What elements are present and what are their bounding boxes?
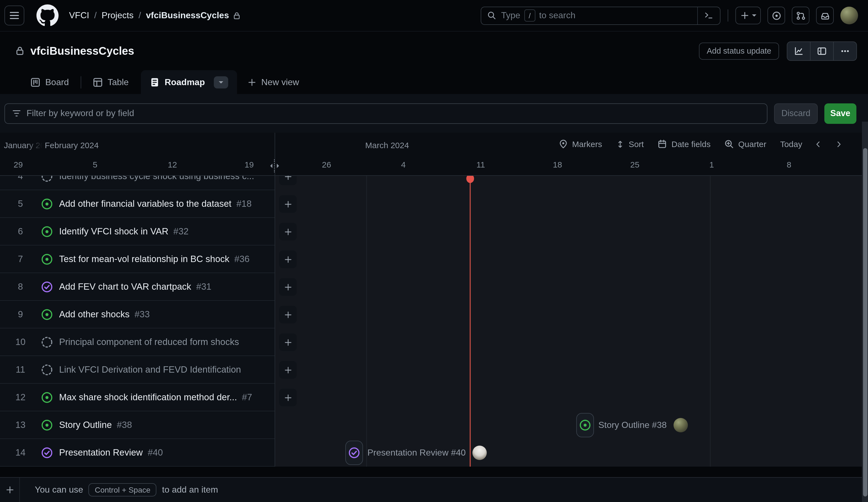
issue-number: #32 xyxy=(174,226,189,237)
github-logo[interactable] xyxy=(37,4,59,27)
item-title[interactable]: Test for mean-vol relationship in BC sho… xyxy=(59,254,229,264)
quarter-zoom-button[interactable]: Quarter xyxy=(724,139,766,149)
search-input[interactable]: Type / to search xyxy=(481,6,721,24)
save-button[interactable]: Save xyxy=(824,103,856,123)
add-date-button[interactable] xyxy=(279,333,297,351)
item-title[interactable]: Add other shocks xyxy=(59,309,130,320)
table-row: 13 Story Outline #38 xyxy=(0,411,868,439)
filter-input[interactable]: Filter by keyword or by field xyxy=(4,103,768,123)
plus-icon xyxy=(248,78,256,87)
scroll-right-button[interactable] xyxy=(835,140,843,148)
item-title[interactable]: Identify VFCI shock in VAR xyxy=(59,226,168,237)
breadcrumb-project-name[interactable]: vfciBusinessCycles xyxy=(146,10,241,20)
discard-button[interactable]: Discard xyxy=(774,103,818,123)
item-title[interactable]: Story Outline xyxy=(59,420,112,430)
item-title[interactable]: Max share shock identification method de… xyxy=(59,392,237,402)
new-view-button[interactable]: New view xyxy=(248,70,299,94)
date-fields-button[interactable]: Date fields xyxy=(658,139,711,149)
view-actions-group xyxy=(787,41,857,61)
assignee-avatar[interactable] xyxy=(673,418,688,432)
sort-button[interactable]: Sort xyxy=(616,139,644,149)
vertical-scrollbar-thumb[interactable] xyxy=(863,148,867,496)
row-cell[interactable]: 9 Add other shocks #33 xyxy=(0,301,275,328)
hamburger-icon xyxy=(9,10,19,20)
row-cell[interactable]: 5 Add other financial variables to the d… xyxy=(0,190,275,218)
add-date-button[interactable] xyxy=(279,278,297,296)
row-cell[interactable]: 11 Link VFCI Derivation and FEVD Identif… xyxy=(0,356,275,384)
issue-closed-icon xyxy=(348,447,360,459)
chevron-down-icon xyxy=(752,14,756,19)
markers-button[interactable]: Markers xyxy=(558,139,602,149)
row-number: 10 xyxy=(0,337,41,347)
command-palette-button[interactable] xyxy=(697,7,720,24)
item-title[interactable]: Add FEV chart to VAR chartpack xyxy=(59,281,191,292)
insights-chart-icon xyxy=(794,46,803,56)
breadcrumb-org[interactable]: VFCI xyxy=(69,10,89,20)
inbox-nav-button[interactable] xyxy=(816,7,834,24)
row-cell[interactable]: 12 Max share shock identification method… xyxy=(0,384,275,411)
vertical-scrollbar-track[interactable] xyxy=(862,122,868,502)
row-cell[interactable]: 14 Presentation Review #40 xyxy=(0,439,275,466)
issues-nav-button[interactable] xyxy=(767,7,785,24)
add-status-update-button[interactable]: Add status update xyxy=(699,42,779,59)
table-row: 10 Principal component of reduced form s… xyxy=(0,328,868,356)
item-title[interactable]: Identify business cycle shock using busi… xyxy=(59,176,254,181)
item-title[interactable]: Presentation Review xyxy=(59,447,143,458)
item-title[interactable]: Add other financial variables to the dat… xyxy=(59,199,231,209)
item-title[interactable]: Principal component of reduced form shoc… xyxy=(59,337,239,347)
row-cell[interactable]: 10 Principal component of reduced form s… xyxy=(0,328,275,356)
view-tabs: Board Table Roadmap New view xyxy=(0,70,868,94)
user-avatar[interactable] xyxy=(840,7,858,24)
side-panel-button[interactable] xyxy=(810,42,833,60)
add-date-button[interactable] xyxy=(279,306,297,323)
timeline-pill-presentation-review[interactable]: Presentation Review #40 xyxy=(345,441,487,465)
date-tick: 8 xyxy=(787,160,792,169)
plus-icon xyxy=(284,283,292,291)
roadmap-view-options-button[interactable] xyxy=(214,76,228,88)
add-date-button[interactable] xyxy=(279,223,297,241)
scroll-left-button[interactable] xyxy=(814,140,822,148)
row-cell[interactable]: 4 Identify business cycle shock using bu… xyxy=(0,176,275,190)
timeline-pill-story-outline[interactable]: Story Outline #38 xyxy=(576,413,688,437)
issue-open-icon xyxy=(41,198,53,210)
today-button[interactable]: Today xyxy=(780,139,802,149)
breadcrumb-projects[interactable]: Projects xyxy=(102,10,134,20)
table-row: 5 Add other financial variables to the d… xyxy=(0,190,868,218)
add-date-button[interactable] xyxy=(279,361,297,379)
pill-date-bar[interactable] xyxy=(576,413,594,437)
add-date-button[interactable] xyxy=(279,389,297,406)
row-cell[interactable]: 8 Add FEV chart to VAR chartpack #31 xyxy=(0,273,275,301)
pull-requests-nav-button[interactable] xyxy=(792,7,809,24)
search-placeholder-suffix: to search xyxy=(539,10,576,20)
tab-board[interactable]: Board xyxy=(30,70,69,94)
calendar-icon xyxy=(658,139,667,149)
date-tick: 1 xyxy=(710,160,714,169)
add-date-button[interactable] xyxy=(279,250,297,268)
tab-roadmap[interactable]: Roadmap xyxy=(141,70,237,94)
row-cell[interactable]: 13 Story Outline #38 xyxy=(0,411,275,439)
kebab-menu-icon xyxy=(840,46,850,56)
assignee-avatar[interactable] xyxy=(472,445,487,460)
breadcrumb-separator: / xyxy=(138,10,141,20)
add-date-button[interactable] xyxy=(279,176,297,185)
more-options-button[interactable] xyxy=(833,42,856,60)
hamburger-menu-button[interactable] xyxy=(4,6,24,26)
issue-open-icon xyxy=(41,419,53,431)
item-title[interactable]: Link VFCI Derivation and FEVD Identifica… xyxy=(59,364,241,375)
row-cell[interactable]: 7 Test for mean-vol relationship in BC s… xyxy=(0,245,275,273)
row-number: 11 xyxy=(0,364,41,375)
tab-table[interactable]: Table xyxy=(93,70,129,94)
pill-date-bar[interactable] xyxy=(345,441,363,465)
create-new-button[interactable] xyxy=(735,7,761,24)
draft-issue-icon xyxy=(41,176,53,182)
issue-open-icon xyxy=(41,391,53,403)
row-cell[interactable]: 6 Identify VFCI shock in VAR #32 xyxy=(0,218,275,245)
add-date-button[interactable] xyxy=(279,195,297,213)
add-item-button[interactable] xyxy=(0,478,20,502)
row-number: 12 xyxy=(0,392,41,402)
issue-number: #18 xyxy=(237,199,252,209)
insights-button[interactable] xyxy=(787,42,810,60)
inbox-icon xyxy=(820,11,830,20)
date-tick: 26 xyxy=(322,160,331,169)
date-tick: 12 xyxy=(168,160,177,169)
